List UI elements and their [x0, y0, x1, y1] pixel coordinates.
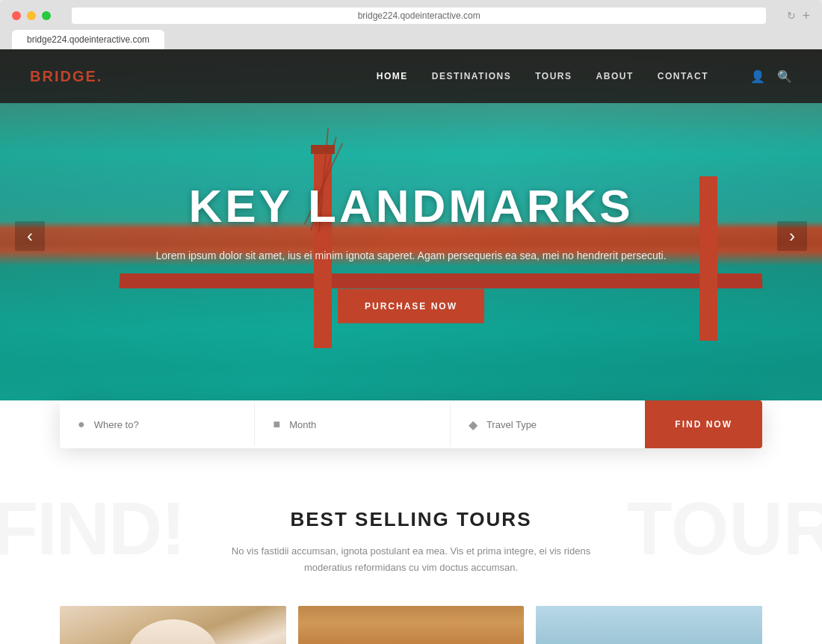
nav-home[interactable]: HOME	[377, 71, 408, 81]
logo[interactable]: BRIDGE.	[30, 68, 102, 85]
location-icon: ●	[78, 418, 85, 431]
card2-bg	[298, 606, 525, 644]
search-section: ● ■ ◆ FIND NOW	[0, 400, 822, 463]
section-subtitle: No vis fastidii accumsan, ignota postula…	[217, 543, 605, 576]
nav-icons-group: 👤 🔍	[750, 69, 792, 84]
nav-contact[interactable]: CONTACT	[658, 71, 708, 81]
card1-bg	[60, 606, 286, 644]
tour-card-1[interactable]	[60, 606, 286, 644]
purchase-button[interactable]: PURCHASE NOW	[338, 288, 484, 323]
city-sky	[536, 606, 762, 644]
website-container: BRIDGE. HOME DESTINATIONS TOURS ABOUT CO…	[0, 49, 822, 644]
search-field-location: ●	[60, 403, 255, 446]
close-dot[interactable]	[12, 11, 21, 20]
next-arrow[interactable]: ›	[777, 221, 807, 251]
nav-tours[interactable]: TOURS	[535, 71, 572, 81]
card3-bg	[536, 606, 762, 644]
browser-tab[interactable]: bridge224.qodeinteractive.com	[12, 30, 164, 49]
tour-cards	[60, 606, 762, 644]
month-input[interactable]	[289, 419, 432, 430]
hero-content: KEY LANDMARKS Lorem ipsum dolor sit amet…	[149, 179, 673, 323]
prev-arrow[interactable]: ‹	[15, 221, 45, 251]
person-figure	[128, 619, 218, 644]
refresh-icon[interactable]: ↻	[787, 10, 796, 22]
search-field-month: ■	[255, 403, 450, 446]
nav-destinations[interactable]: DESTINATIONS	[432, 71, 511, 81]
watermark-left: FIND!	[0, 486, 185, 572]
search-bar: ● ■ ◆ FIND NOW	[60, 400, 762, 448]
search-field-type: ◆	[451, 403, 645, 447]
travel-type-input[interactable]	[486, 419, 627, 430]
hero-title: KEY LANDMARKS	[149, 179, 673, 232]
tour-card-3[interactable]	[536, 606, 762, 644]
new-tab-icon[interactable]: +	[802, 8, 810, 24]
tour-card-2[interactable]	[298, 606, 525, 644]
where-to-input[interactable]	[94, 419, 237, 430]
search-icon[interactable]: 🔍	[777, 69, 792, 84]
bridge-tower-right	[699, 176, 717, 341]
find-now-button[interactable]: FIND NOW	[645, 400, 762, 448]
nav-about[interactable]: ABOUT	[596, 71, 634, 81]
mountain-sky	[298, 606, 525, 644]
browser-chrome: bridge224.qodeinteractive.com ↻ + bridge…	[0, 0, 822, 49]
watermark-right: TOUR	[627, 486, 823, 572]
tours-section: FIND! TOUR BEST SELLING TOURS No vis fas…	[0, 463, 822, 644]
logo-dot: .	[97, 68, 103, 84]
minimize-dot[interactable]	[27, 11, 36, 20]
logo-text: BRIDGE	[30, 68, 97, 84]
tag-icon: ◆	[469, 418, 478, 432]
address-bar[interactable]: bridge224.qodeinteractive.com	[72, 7, 766, 24]
nav-links: HOME DESTINATIONS TOURS ABOUT CONTACT 👤 …	[377, 69, 792, 84]
hero-subtitle: Lorem ipsum dolor sit amet, ius ei minim…	[149, 247, 673, 265]
calendar-icon: ■	[273, 418, 280, 431]
maximize-dot[interactable]	[42, 11, 51, 20]
navbar: BRIDGE. HOME DESTINATIONS TOURS ABOUT CO…	[0, 49, 822, 103]
user-icon[interactable]: 👤	[750, 69, 765, 84]
hero-section: BRIDGE. HOME DESTINATIONS TOURS ABOUT CO…	[0, 49, 822, 423]
